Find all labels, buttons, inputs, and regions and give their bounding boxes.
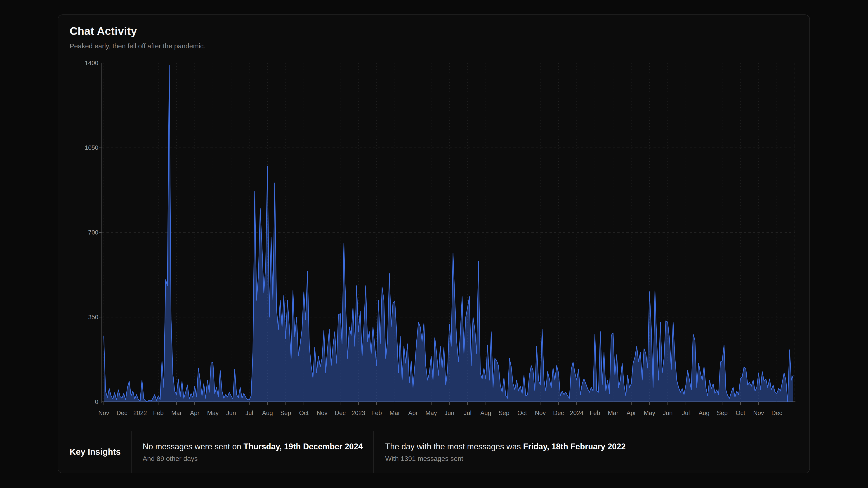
x-tick-label: May — [426, 410, 437, 417]
x-tick-mark — [376, 402, 377, 405]
x-tick-label: Jul — [246, 410, 253, 417]
x-tick-mark — [140, 402, 141, 405]
x-tick-label: Oct — [518, 410, 527, 417]
x-tick-mark — [267, 402, 268, 405]
insight-highlight-date: Thursday, 19th December 2024 — [243, 442, 363, 451]
x-tick-label: Mar — [390, 410, 400, 417]
x-tick-mark — [231, 402, 231, 405]
x-tick-mark — [213, 402, 213, 405]
y-tick-mark — [99, 232, 101, 233]
insight-prefix: No messages were sent on — [143, 442, 243, 451]
chat-activity-chart[interactable]: 035070010501400 NovDec2022FebMarAprMayJu… — [58, 15, 809, 417]
x-tick-label: 2022 — [133, 410, 147, 417]
activity-area-plot[interactable] — [102, 63, 795, 402]
x-tick-mark — [158, 402, 158, 405]
x-tick-mark — [668, 402, 668, 405]
insight-text: No messages were sent on Thursday, 19th … — [143, 442, 364, 452]
x-tick-mark — [304, 402, 304, 405]
x-tick-label: Aug — [480, 410, 491, 417]
x-tick-label: May — [644, 410, 655, 417]
x-tick-mark — [194, 402, 195, 405]
x-tick-mark — [631, 402, 631, 405]
x-tick-label: Jun — [226, 410, 236, 417]
x-tick-label: Jul — [464, 410, 471, 417]
x-tick-mark — [722, 402, 722, 405]
y-tick-label: 1050 — [64, 144, 98, 151]
y-tick-mark — [99, 148, 101, 148]
x-tick-mark — [431, 402, 432, 405]
x-tick-mark — [122, 402, 122, 405]
x-tick-label: 2024 — [570, 410, 583, 417]
x-tick-mark — [522, 402, 522, 405]
x-tick-label: Sep — [717, 410, 727, 417]
x-tick-mark — [577, 402, 577, 405]
x-tick-label: Sep — [280, 410, 291, 417]
insight-prefix: The day with the most messages was — [385, 442, 523, 451]
x-tick-label: Mar — [608, 410, 618, 417]
y-tick-label: 1400 — [64, 59, 98, 67]
x-tick-mark — [740, 402, 741, 405]
x-tick-label: Jun — [444, 410, 454, 417]
x-tick-mark — [449, 402, 450, 405]
y-tick-mark — [99, 63, 101, 63]
x-tick-mark — [486, 402, 486, 405]
x-tick-label: Mar — [171, 410, 182, 417]
x-tick-label: Dec — [772, 410, 782, 417]
y-tick-mark — [99, 317, 101, 318]
insight-no-messages: No messages were sent on Thursday, 19th … — [131, 431, 373, 473]
x-tick-label: Apr — [190, 410, 199, 417]
y-tick-mark — [99, 402, 101, 402]
x-tick-mark — [540, 402, 540, 405]
x-tick-label: Nov — [535, 410, 546, 417]
key-insights-heading: Key Insights — [58, 431, 131, 473]
x-tick-mark — [613, 402, 613, 405]
x-tick-label: Feb — [153, 410, 164, 417]
insight-highlight-date: Friday, 18th February 2022 — [523, 442, 626, 451]
x-tick-mark — [467, 402, 468, 405]
x-tick-label: Dec — [335, 410, 346, 417]
x-tick-label: Dec — [117, 410, 127, 417]
x-tick-mark — [777, 402, 777, 405]
insight-detail: And 89 other days — [143, 455, 364, 462]
x-tick-mark — [758, 402, 759, 405]
y-tick-label: 700 — [64, 229, 98, 236]
x-tick-mark — [558, 402, 559, 405]
x-tick-label: Feb — [590, 410, 600, 417]
x-tick-label: Nov — [98, 410, 109, 417]
x-tick-label: Apr — [408, 410, 418, 417]
x-tick-label: Oct — [736, 410, 745, 417]
key-insights-section: Key Insights No messages were sent on Th… — [58, 431, 809, 473]
x-tick-mark — [176, 402, 177, 405]
x-tick-mark — [686, 402, 686, 405]
page: { "card": { "title": "Chat Activity", "s… — [0, 0, 868, 488]
x-tick-mark — [340, 402, 340, 405]
x-tick-label: Aug — [699, 410, 710, 417]
x-tick-label: Apr — [627, 410, 636, 417]
x-tick-mark — [413, 402, 413, 405]
insight-detail: With 1391 messages sent — [385, 455, 800, 462]
x-tick-label: Sep — [498, 410, 509, 417]
x-tick-label: Aug — [262, 410, 273, 417]
x-tick-mark — [395, 402, 395, 405]
insight-text: The day with the most messages was Frida… — [385, 442, 800, 452]
insight-most-messages: The day with the most messages was Frida… — [373, 431, 809, 473]
activity-line — [104, 65, 793, 402]
x-tick-label: 2023 — [352, 410, 365, 417]
x-tick-mark — [103, 402, 104, 405]
x-tick-mark — [358, 402, 359, 405]
x-tick-mark — [704, 402, 704, 405]
chat-activity-card: Chat Activity Peaked early, then fell of… — [58, 14, 810, 473]
x-tick-mark — [285, 402, 286, 405]
x-tick-label: Nov — [753, 410, 764, 417]
x-tick-mark — [649, 402, 650, 405]
x-tick-mark — [595, 402, 595, 405]
y-tick-label: 0 — [64, 398, 98, 405]
y-tick-label: 350 — [64, 314, 98, 321]
x-tick-label: May — [207, 410, 219, 417]
x-tick-label: Feb — [371, 410, 382, 417]
x-tick-label: Dec — [553, 410, 564, 417]
x-tick-mark — [504, 402, 504, 405]
x-tick-label: Oct — [299, 410, 309, 417]
x-tick-mark — [322, 402, 322, 405]
x-tick-label: Nov — [317, 410, 328, 417]
